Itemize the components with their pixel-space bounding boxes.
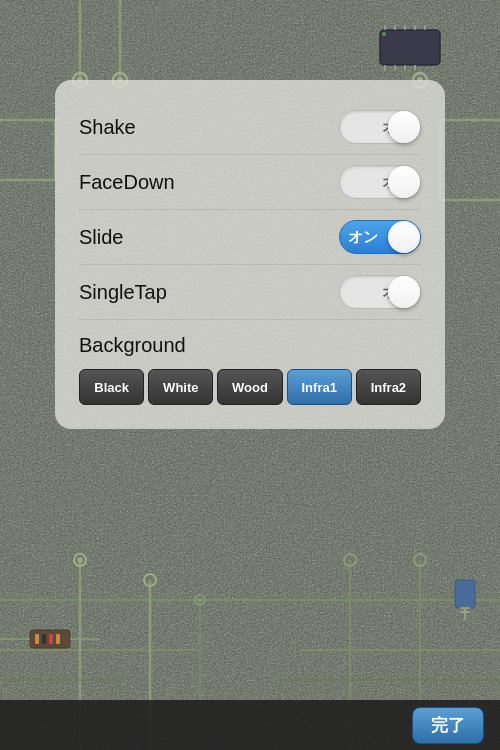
svg-point-51 <box>382 32 386 36</box>
bg-infra2-button[interactable]: Infra2 <box>356 369 421 405</box>
svg-rect-40 <box>56 634 60 644</box>
background-section: Background Black White Wood Infra1 Infra… <box>79 320 421 405</box>
slide-toggle-thumb <box>388 221 420 253</box>
shake-row: Shake オフ <box>79 100 421 155</box>
facedown-toggle[interactable]: オフ <box>339 165 421 199</box>
svg-point-33 <box>198 598 202 602</box>
singletap-toggle[interactable]: オフ <box>339 275 421 309</box>
singletap-label: SingleTap <box>79 281 167 304</box>
facedown-row: FaceDown オフ <box>79 155 421 210</box>
facedown-label: FaceDown <box>79 171 175 194</box>
bg-white-button[interactable]: White <box>148 369 213 405</box>
done-button[interactable]: 完了 <box>412 707 484 744</box>
svg-rect-37 <box>35 634 39 644</box>
singletap-row: SingleTap オフ <box>79 265 421 320</box>
svg-rect-41 <box>380 30 440 65</box>
svg-rect-39 <box>49 634 53 644</box>
singletap-toggle-thumb <box>388 276 420 308</box>
settings-panel: Shake オフ FaceDown オフ Slide オン SingleTap … <box>55 80 445 429</box>
facedown-toggle-thumb <box>388 166 420 198</box>
slide-row: Slide オン <box>79 210 421 265</box>
background-title: Background <box>79 334 421 357</box>
slide-toggle[interactable]: オン <box>339 220 421 254</box>
svg-rect-54 <box>455 580 475 608</box>
bg-wood-button[interactable]: Wood <box>217 369 282 405</box>
background-buttons: Black White Wood Infra1 Infra2 <box>79 369 421 405</box>
svg-point-22 <box>78 558 83 563</box>
shake-toggle[interactable]: オフ <box>339 110 421 144</box>
slide-label: Slide <box>79 226 123 249</box>
done-bar: 完了 <box>0 700 500 750</box>
svg-rect-38 <box>42 634 46 644</box>
bg-infra1-button[interactable]: Infra1 <box>287 369 352 405</box>
slide-toggle-label: オン <box>348 228 378 247</box>
shake-toggle-thumb <box>388 111 420 143</box>
shake-label: Shake <box>79 116 136 139</box>
bg-black-button[interactable]: Black <box>79 369 144 405</box>
